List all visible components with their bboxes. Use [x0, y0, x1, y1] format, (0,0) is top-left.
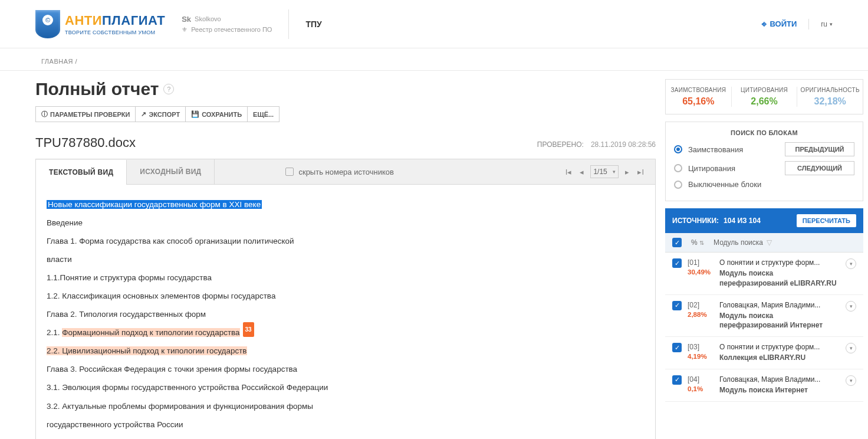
source-percent: 30,49%: [688, 268, 714, 276]
first-page-button[interactable]: I◂: [564, 168, 574, 176]
source-id: [02]: [688, 301, 714, 309]
stat-originality: ОРИГИНАЛЬНОСТЬ 32,18%: [797, 87, 863, 107]
source-percent: 0,1%: [688, 385, 714, 392]
expand-button[interactable]: ▾: [846, 375, 856, 386]
checked-date: 28.11.2019 08:28:56: [591, 140, 656, 149]
organization-name: ТПУ: [305, 19, 321, 29]
expand-button[interactable]: ▾: [846, 258, 856, 269]
sources-list[interactable]: ✓[01]30,49%О понятии и структуре форм...…: [665, 253, 863, 402]
checkbox-icon: [285, 168, 294, 176]
save-icon: 💾: [191, 110, 199, 118]
source-module: Модуль поиска перефразирований eLIBRARY.…: [719, 268, 840, 289]
sources-panel: ИСТОЧНИКИ: 104 ИЗ 104 ПЕРЕСЧИТАТЬ ✓ % ⇅ …: [665, 208, 863, 402]
radio-citations[interactable]: [674, 164, 682, 172]
pager: I◂ ◂ 1/15▾ ▸ ▸I: [564, 165, 655, 178]
source-percent: 4,19%: [688, 353, 714, 360]
emblem-icon: ⚜: [182, 26, 188, 34]
source-module: Коллекция eLIBRARY.RU: [719, 353, 840, 363]
language-selector[interactable]: ru ▾: [821, 20, 833, 28]
chevron-down-icon: ▾: [830, 21, 833, 27]
export-icon: ↗: [141, 110, 146, 118]
brand-plag: ПЛАГИАТ: [102, 13, 165, 28]
save-button[interactable]: 💾СОХРАНИТЬ: [185, 106, 248, 122]
text-highlight-selected[interactable]: Новые классификации государственных форм…: [47, 200, 262, 209]
source-checkbox[interactable]: ✓: [672, 343, 682, 352]
last-page-button[interactable]: ▸I: [636, 168, 646, 176]
search-blocks-panel: ПОИСК ПО БЛОКАМ Заимствования ПРЕДЫДУЩИЙ…: [665, 122, 863, 201]
logo[interactable]: АНТИПЛАГИАТ ТВОРИТЕ СОБСТВЕННЫМ УМОМ: [35, 10, 165, 38]
source-percent: 2,88%: [688, 311, 714, 318]
brand-slogan: ТВОРИТЕ СОБСТВЕННЫМ УМОМ: [65, 30, 165, 35]
recalculate-button[interactable]: ПЕРЕСЧИТАТЬ: [797, 214, 856, 227]
source-module: Модуль поиска Интернет: [719, 385, 840, 395]
expand-button[interactable]: ▾: [846, 301, 856, 312]
next-page-button[interactable]: ▸: [623, 168, 631, 176]
prev-block-button[interactable]: ПРЕДЫДУЩИЙ: [785, 142, 854, 156]
source-item[interactable]: ✓[01]30,49%О понятии и структуре форм...…: [665, 253, 863, 295]
more-button[interactable]: ЕЩЁ...: [247, 106, 280, 122]
source-checkbox[interactable]: ✓: [672, 375, 682, 385]
sort-icon: ⇅: [699, 240, 704, 246]
document-name: TPU787880.docx: [35, 135, 136, 150]
radio-borrowings[interactable]: [674, 145, 682, 153]
expand-button[interactable]: ▾: [846, 343, 856, 353]
partner-logos: Sk Skolkovo ⚜ Реестр отечественного ПО: [182, 15, 272, 34]
source-id: [01]: [688, 258, 714, 267]
percent-column[interactable]: % ⇅: [691, 238, 704, 247]
tabs-panel: ТЕКСТОВЫЙ ВИД ИСХОДНЫЙ ВИД скрыть номера…: [35, 159, 656, 439]
prev-page-button[interactable]: ◂: [578, 168, 586, 176]
source-title: Головацкая, Мария Владими...: [719, 375, 840, 384]
tab-source-view[interactable]: ИСХОДНЫЙ ВИД: [127, 159, 215, 184]
next-block-button[interactable]: СЛЕДУЮЩИЙ: [785, 161, 854, 175]
document-text: Новые классификации государственных форм…: [36, 185, 655, 439]
shield-icon: [35, 10, 60, 38]
radio-disabled[interactable]: [674, 181, 682, 189]
breadcrumb: ГЛАВНАЯ /: [0, 48, 868, 71]
chevron-down-icon: ▾: [613, 169, 616, 175]
hide-source-numbers[interactable]: скрыть номера источников: [285, 168, 393, 176]
source-id: [04]: [688, 375, 714, 384]
source-checkbox[interactable]: ✓: [672, 301, 682, 310]
source-item[interactable]: ✓[04]0,1%Головацкая, Мария Владими...Мод…: [665, 369, 863, 402]
source-title: О понятии и структуре форм...: [719, 258, 840, 267]
help-icon[interactable]: ?: [163, 84, 174, 94]
export-button[interactable]: ↗ЭКСПОРТ: [135, 106, 186, 122]
source-module: Модуль поиска перефразирований Интернет: [719, 311, 840, 331]
source-checkbox[interactable]: ✓: [672, 258, 682, 268]
source-title: Головацкая, Мария Владими...: [719, 301, 840, 309]
login-icon: ⎆: [762, 19, 767, 28]
sources-filter-row: ✓ % ⇅ Модуль поиска▽: [665, 233, 863, 253]
filter-icon[interactable]: ▽: [767, 238, 772, 247]
stat-borrowings: ЗАИМСТВОВАНИЯ 65,16%: [666, 87, 732, 107]
select-all-checkbox[interactable]: ✓: [672, 238, 682, 247]
page-title: Полный отчет: [35, 79, 159, 99]
breadcrumb-home[interactable]: ГЛАВНАЯ /: [41, 58, 77, 65]
source-item[interactable]: ✓[02]2,88%Головацкая, Мария Владими...Мо…: [665, 295, 863, 338]
source-item[interactable]: ✓[03]4,19%О понятии и структуре форм...К…: [665, 337, 863, 369]
sources-header: ИСТОЧНИКИ: 104 ИЗ 104 ПЕРЕСЧИТАТЬ: [665, 208, 863, 233]
page-input[interactable]: 1/15▾: [590, 165, 619, 178]
source-title: О понятии и структуре форм...: [719, 343, 840, 351]
params-button[interactable]: ⓘПАРАМЕТРЫ ПРОВЕРКИ: [35, 106, 136, 122]
text-highlight-borrow[interactable]: Формационный подход к типологии государс…: [62, 328, 239, 337]
stat-citations: ЦИТИРОВАНИЯ 2,66%: [732, 87, 798, 107]
text-highlight-borrow[interactable]: 2.2. Цивилизационный подход к типологии …: [47, 346, 247, 355]
info-icon: ⓘ: [41, 110, 48, 119]
brand-anti: АНТИ: [65, 13, 102, 28]
toolbar: ⓘПАРАМЕТРЫ ПРОВЕРКИ ↗ЭКСПОРТ 💾СОХРАНИТЬ …: [35, 106, 656, 122]
app-header: АНТИПЛАГИАТ ТВОРИТЕ СОБСТВЕННЫМ УМОМ Sk …: [0, 0, 868, 48]
checked-label: ПРОВЕРЕНО:: [537, 140, 584, 149]
tab-text-view[interactable]: ТЕКСТОВЫЙ ВИД: [36, 160, 127, 185]
module-column[interactable]: Модуль поиска▽: [714, 238, 772, 247]
stats-panel: ЗАИМСТВОВАНИЯ 65,16% ЦИТИРОВАНИЯ 2,66% О…: [665, 79, 863, 114]
source-id: [03]: [688, 343, 714, 351]
source-badge[interactable]: 33: [243, 322, 254, 337]
search-blocks-title: ПОИСК ПО БЛОКАМ: [674, 129, 854, 136]
login-button[interactable]: ⎆ ВОЙТИ: [762, 19, 797, 28]
